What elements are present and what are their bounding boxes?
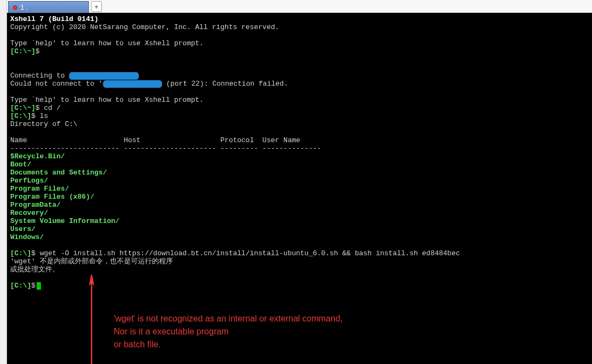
blank xyxy=(10,241,589,249)
dollar-sign: $ xyxy=(31,112,36,120)
prompt: [C:\] xyxy=(10,282,31,290)
blank xyxy=(10,88,589,96)
new-tab-button[interactable]: + xyxy=(91,1,102,12)
annotation-line: 'wget' is not recognized as an internal … xyxy=(114,312,343,325)
prompt-line: [C:\]$ wget -O install.sh https://downlo… xyxy=(10,249,589,257)
copyright-line: Copyright (c) 2020 NetSarang Computer, I… xyxy=(10,23,589,31)
tab-bar: 1 . + xyxy=(7,0,592,13)
help-line: Type `help' to learn how to use Xshell p… xyxy=(10,39,589,47)
prompt-line: [C:\~]$ cd / xyxy=(10,104,589,112)
annotation-line: Nor is it a executable program xyxy=(114,325,343,338)
blank xyxy=(10,31,589,39)
command-text: ls xyxy=(36,112,48,120)
dir-entry: Boot/ xyxy=(10,160,589,169)
dollar-sign: $ xyxy=(36,47,40,55)
error-line: 或批处理文件。 xyxy=(10,265,589,274)
xshell-window: 1 . + Xshell 7 (Build 0141) Copyright (c… xyxy=(7,0,592,364)
prompt: [C:\] xyxy=(10,249,31,257)
dir-entry: System Volume Information/ xyxy=(10,217,589,225)
redacted-host xyxy=(69,72,139,80)
column-divider: -------------------------- -------------… xyxy=(10,144,589,152)
blank xyxy=(10,55,589,64)
plus-icon: + xyxy=(94,3,99,11)
prompt: [C:\~] xyxy=(10,47,36,55)
dir-of-line: Directory of C:\ xyxy=(10,120,589,128)
command-text: cd / xyxy=(40,104,61,112)
blank xyxy=(10,128,589,136)
banner-line: Xshell 7 (Build 0141) xyxy=(10,15,589,23)
dir-entry: Windows/ xyxy=(10,233,589,241)
session-tab[interactable]: 1 . xyxy=(8,1,89,13)
connect-fail-line: Could not connect to ' (port 22): Connec… xyxy=(10,80,589,88)
annotation-text: 'wget' is not recognized as an internal … xyxy=(114,312,343,351)
dir-entry: PerfLogs/ xyxy=(10,177,589,185)
blank xyxy=(10,274,589,282)
dollar-sign: $ xyxy=(31,249,36,257)
blank xyxy=(10,64,589,72)
annotation-line: or batch file. xyxy=(114,338,343,351)
dir-entry: Program Files/ xyxy=(10,185,589,193)
connecting-line: Connecting to xyxy=(10,72,589,80)
prompt-line: [C:\]$ xyxy=(10,282,589,290)
cursor-icon xyxy=(37,282,41,290)
help-line: Type `help' to learn how to use Xshell p… xyxy=(10,96,589,104)
error-line: 'wget' 不是内部或外部命令，也不是可运行的程序 xyxy=(10,257,589,265)
dir-entry: Recovery/ xyxy=(10,209,589,217)
terminal-pane[interactable]: Xshell 7 (Build 0141) Copyright (c) 2020… xyxy=(7,13,592,364)
dir-entry: Program Files (x86)/ xyxy=(10,193,589,201)
tab-label: 1 . xyxy=(20,4,27,11)
command-text: wget -O install.sh https://download.bt.c… xyxy=(36,249,460,257)
prompt-line: [C:\]$ ls xyxy=(10,112,589,120)
redacted-host xyxy=(103,80,162,88)
dollar-sign: $ xyxy=(36,104,40,112)
dir-entry: Users/ xyxy=(10,225,589,233)
disconnected-status-icon xyxy=(13,5,17,10)
left-gutter xyxy=(0,0,7,364)
dir-entry: ProgramData/ xyxy=(10,201,589,209)
prompt-line: [C:\~]$ xyxy=(10,47,589,55)
prompt: [C:\] xyxy=(10,112,31,120)
prompt: [C:\~] xyxy=(10,104,36,112)
dir-entry: $Recycle.Bin/ xyxy=(10,152,589,160)
dir-entry: Documents and Settings/ xyxy=(10,169,589,177)
dollar-sign: $ xyxy=(31,282,36,290)
column-headers: Name Host Protocol User Name xyxy=(10,136,589,144)
